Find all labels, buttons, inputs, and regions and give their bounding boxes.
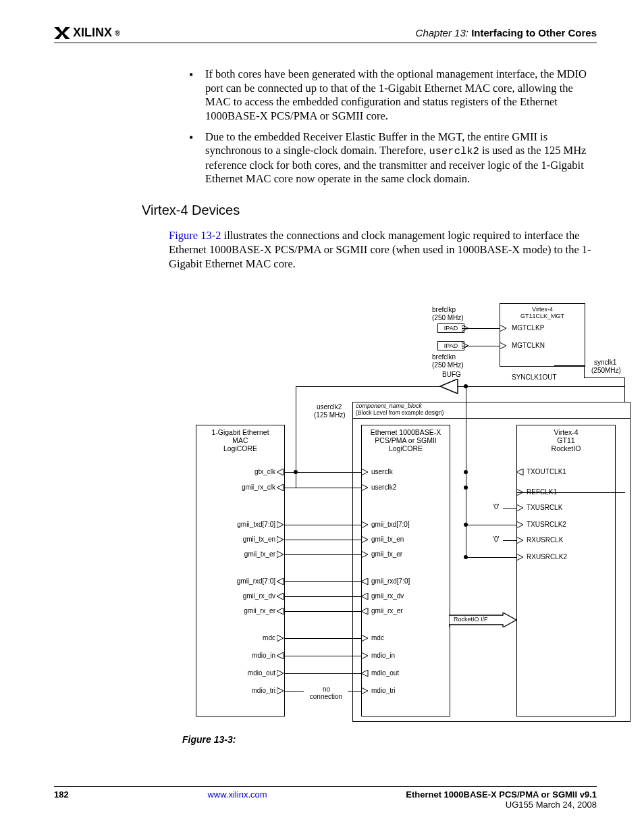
pcs-title-2: PCS/PMA or SGMII bbox=[362, 436, 450, 444]
synclk1out-label: SYNCLK1OUT bbox=[512, 373, 557, 381]
svg-marker-21 bbox=[361, 536, 368, 543]
body-paragraph: Figure 13-2 illustrates the connections … bbox=[169, 229, 597, 271]
pcs-port-gmii_tx_er: gmii_tx_er bbox=[371, 550, 402, 558]
zero-1: '0' bbox=[493, 503, 499, 511]
svg-marker-20 bbox=[361, 521, 368, 528]
component-name-text: component_name_block bbox=[356, 402, 422, 409]
page-number: 182 bbox=[54, 789, 69, 810]
svg-marker-3 bbox=[462, 325, 468, 332]
svg-marker-33 bbox=[516, 521, 523, 528]
chapter-prefix: Chapter 13: bbox=[416, 27, 468, 38]
svg-marker-18 bbox=[361, 469, 368, 475]
component-name-box: component_name_block (Block Level from e… bbox=[352, 402, 630, 419]
pcs-port-userclk: userclk bbox=[371, 468, 393, 475]
chapter-title: Interfacing to Other Cores bbox=[471, 27, 597, 38]
svg-marker-22 bbox=[361, 551, 368, 558]
rocketio-if-label: RocketIO I/F bbox=[454, 616, 488, 623]
footer-link[interactable]: www.xilinx.com bbox=[207, 789, 267, 800]
svg-marker-0 bbox=[54, 27, 70, 39]
svg-marker-29 bbox=[361, 687, 368, 694]
zero-2: '0' bbox=[493, 536, 499, 543]
svg-marker-34 bbox=[516, 537, 523, 544]
svg-marker-1 bbox=[500, 325, 506, 332]
gt-top-l1: Virtex-4 bbox=[500, 306, 585, 313]
mac-port-gmii_txd[7:0]: gmii_txd[7:0] bbox=[223, 521, 275, 528]
svg-marker-6 bbox=[277, 469, 284, 475]
footer-doc-title: Ethernet 1000BASE-X PCS/PMA or SGMII v9.… bbox=[406, 789, 597, 800]
mac-port-gtx_clk: gtx_clk bbox=[223, 468, 275, 475]
svg-marker-30 bbox=[516, 469, 523, 475]
pcs-port-gmii_rxd[7:0]: gmii_rxd[7:0] bbox=[371, 577, 410, 585]
svg-marker-9 bbox=[277, 536, 284, 543]
no-conn-1: no bbox=[308, 685, 345, 693]
bufg-label: BUFG bbox=[442, 371, 461, 378]
svg-marker-35 bbox=[516, 554, 523, 561]
bufg-icon bbox=[439, 379, 459, 394]
gt-port-RXUSRCLK: RXUSRCLK bbox=[527, 536, 563, 544]
bullet-item: If both cores have been generated with t… bbox=[189, 68, 597, 124]
mac-port-mdc: mdc bbox=[223, 634, 275, 642]
figure-13-3: Virtex-4 GT11CLK_MGT brefclkp (250 MHz) … bbox=[182, 303, 641, 729]
svg-marker-17 bbox=[277, 687, 284, 694]
svg-marker-24 bbox=[361, 593, 368, 600]
svg-marker-13 bbox=[277, 608, 284, 615]
pcs-title-1: Ethernet 1000BASE-X bbox=[362, 428, 450, 436]
mac-title-1: 1-Gigabit Ethernet bbox=[196, 428, 284, 436]
mac-port-gmii_rxd[7:0]: gmii_rxd[7:0] bbox=[223, 577, 275, 585]
gt-title-3: RocketIO bbox=[517, 444, 615, 452]
mgtclkp-label: MGTCLKP bbox=[512, 324, 544, 332]
mac-port-gmii_rx_er: gmii_rx_er bbox=[223, 607, 275, 615]
gt11clk-box: Virtex-4 GT11CLK_MGT bbox=[500, 303, 585, 367]
synclk1-label: synclk1 bbox=[594, 359, 616, 366]
mac-port-mdio_out: mdio_out bbox=[223, 669, 275, 677]
brefclkn-label: brefclkn bbox=[432, 353, 456, 361]
svg-marker-10 bbox=[277, 551, 284, 558]
brefclkp-label: brefclkp bbox=[432, 306, 456, 313]
brefclkn-freq: (250 MHz) bbox=[432, 361, 464, 369]
svg-marker-19 bbox=[361, 484, 368, 491]
gt-port-RXUSRCLK2: RXUSRCLK2 bbox=[527, 553, 567, 561]
pcs-port-gmii_txd[7:0]: gmii_txd[7:0] bbox=[371, 521, 410, 528]
mac-port-gmii_tx_en: gmii_tx_en bbox=[223, 536, 275, 543]
pcs-port-userclk2: userclk2 bbox=[371, 484, 396, 491]
pcs-port-gmii_rx_dv: gmii_rx_dv bbox=[371, 592, 404, 600]
bullet-list: If both cores have been generated with t… bbox=[54, 68, 597, 186]
synclk1-freq: (250MHz) bbox=[591, 367, 621, 374]
page-footer: 182 www.xilinx.com Ethernet 1000BASE-X P… bbox=[54, 786, 597, 810]
footer-doc-sub: UG155 March 24, 2008 bbox=[406, 800, 597, 810]
mac-title-2: MAC bbox=[196, 436, 284, 444]
svg-marker-7 bbox=[277, 484, 284, 491]
page-header: XILINX® Chapter 13: Interfacing to Other… bbox=[54, 26, 597, 43]
bullet-text-0: If both cores have been generated with t… bbox=[205, 68, 587, 122]
gt-port-TXOUTCLK1: TXOUTCLK1 bbox=[527, 468, 566, 475]
svg-marker-11 bbox=[277, 578, 284, 585]
component-sub-text: (Block Level from example design) bbox=[356, 409, 444, 416]
pcs-port-mdio_in: mdio_in bbox=[371, 652, 395, 659]
footer-doc: Ethernet 1000BASE-X PCS/PMA or SGMII v9.… bbox=[406, 789, 597, 810]
mgtclkn-label: MGTCLKN bbox=[512, 342, 545, 349]
body-rest: illustrates the connections and clock ma… bbox=[169, 229, 591, 269]
userclk2-label: userclk2 bbox=[317, 403, 342, 411]
mac-port-gmii_tx_er: gmii_tx_er bbox=[223, 550, 275, 558]
svg-marker-28 bbox=[361, 670, 368, 677]
svg-marker-15 bbox=[277, 652, 284, 659]
gt-port-TXUSRCLK: TXUSRCLK bbox=[527, 504, 562, 511]
svg-marker-12 bbox=[277, 593, 284, 600]
gt-top-l2: GT11CLK_MGT bbox=[500, 313, 585, 319]
mac-title-3: LogiCORE bbox=[196, 444, 284, 452]
svg-marker-25 bbox=[361, 608, 368, 615]
svg-marker-26 bbox=[361, 635, 368, 642]
svg-marker-4 bbox=[462, 342, 468, 349]
pcs-port-mdio_out: mdio_out bbox=[371, 669, 399, 677]
mac-port-gmii_rx_clk: gmii_rx_clk bbox=[223, 484, 275, 491]
mac-port-mdio_tri: mdio_tri bbox=[223, 687, 275, 694]
svg-marker-14 bbox=[277, 635, 284, 642]
bullet-item: Due to the embedded Receiver Elastic Buf… bbox=[189, 130, 597, 186]
pcs-port-mdio_tri: mdio_tri bbox=[371, 687, 396, 694]
gt-title-2: GT11 bbox=[517, 436, 615, 444]
gt-title-1: Virtex-4 bbox=[517, 428, 615, 436]
section-heading: Virtex-4 Devices bbox=[142, 203, 597, 218]
registered-icon: ® bbox=[115, 29, 120, 37]
figure-reference-link[interactable]: Figure 13-2 bbox=[169, 229, 221, 242]
svg-marker-23 bbox=[361, 578, 368, 585]
